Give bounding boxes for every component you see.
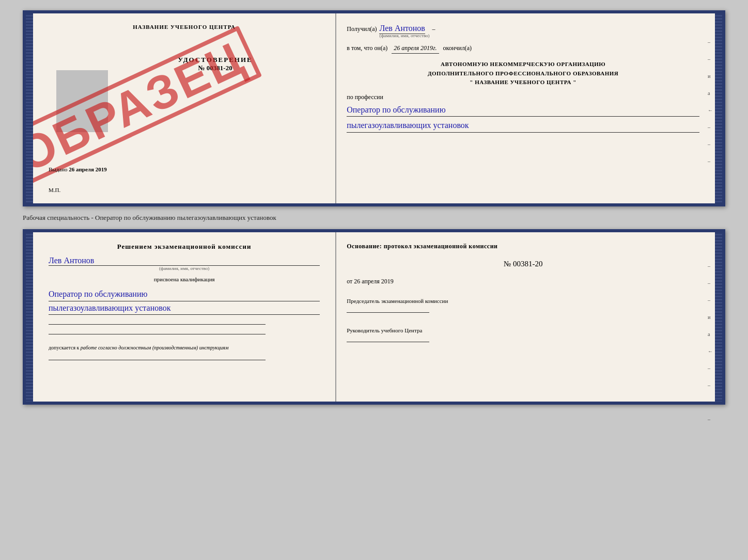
- osnov-number: № 00381-20: [347, 260, 699, 268]
- profession-line1: Оператор по обслуживанию: [347, 103, 699, 117]
- sign-line-left: [49, 324, 266, 325]
- qual-line2: пылегазоулавливающих установок: [49, 301, 320, 315]
- allowed-block: допускается к работе согласно должностны…: [49, 345, 320, 350]
- bottom-right-page: Основание: протокол экзаменационной коми…: [336, 232, 715, 402]
- recipient-name-block: Лев Антонов (фамилия, имя, отчество): [379, 24, 429, 38]
- commission-title: Решением экзаменационной комиссии: [49, 243, 320, 251]
- ot-label: от: [347, 278, 352, 285]
- rukov-title: Руководитель учебного Центра: [347, 327, 422, 333]
- org-name: " НАЗВАНИЕ УЧЕБНОГО ЦЕНТРА ": [347, 78, 699, 87]
- fio-label: (фамилия, имя, отчество): [379, 33, 429, 38]
- qualification-block: Оператор по обслуживанию пылегазоулавлив…: [49, 287, 320, 315]
- bottom-certificate: Решением экзаменационной комиссии Лев Ан…: [23, 229, 725, 405]
- udostoverenie-block: УДОСТОВЕРЕНИЕ № 00381-20: [111, 56, 320, 72]
- org-line1: АВТОНОМНУЮ НЕКОММЕРЧЕСКУЮ ОРГАНИЗАЦИЮ: [347, 60, 699, 69]
- commission-fio-label: (фамилия, имя, отчество): [49, 266, 320, 271]
- osnov-date: от 26 апреля 2019: [347, 278, 699, 285]
- chairman-block: Председатель экзаменационной комиссии: [347, 298, 699, 313]
- top-certificate: НАЗВАНИЕ УЧЕБНОГО ЦЕНТРА УДОСТОВЕРЕНИЕ №…: [23, 10, 725, 206]
- dopusk-value: работе согласно должностным (производств…: [81, 345, 228, 350]
- book-spine-right: [715, 13, 722, 203]
- v-tom-chto: в том, что он(а): [347, 44, 387, 52]
- poluchil-label: Получил(а): [347, 25, 377, 33]
- date-line: в том, что он(а) 26 апреля 2019г. окончи…: [347, 44, 699, 54]
- sign-line-left2: [49, 334, 266, 334]
- ot-date: 26 апреля 2019: [354, 278, 393, 285]
- chairman-title: Председатель экзаменационной комиссии: [347, 298, 448, 304]
- rukov-sign-line: [347, 342, 429, 342]
- org-line2: ДОПОЛНИТЕЛЬНОГО ПРОФЕССИОНАЛЬНОГО ОБРАЗО…: [347, 69, 699, 78]
- dopuskaetsya-label: допускается к: [49, 345, 79, 350]
- profession-line2: пылегазоулавливающих установок: [347, 119, 699, 133]
- okonchil: окончил(а): [443, 44, 472, 52]
- rukov-block: Руководитель учебного Центра: [347, 327, 699, 342]
- recipient-name: Лев Антонов: [379, 24, 425, 34]
- bottom-side-marks: – – – и а ← – – – –: [708, 263, 713, 422]
- profession-block: по профессии Оператор по обслуживанию пы…: [347, 93, 699, 133]
- udostoverenie-label: УДОСТОВЕРЕНИЕ: [111, 56, 320, 64]
- po-professii: по профессии: [347, 93, 383, 101]
- commission-name: Лев Антонов: [49, 256, 320, 266]
- bottom-left-page: Решением экзаменационной комиссии Лев Ан…: [33, 232, 336, 402]
- sign-line-left3: [49, 360, 266, 360]
- date-value: 26 апреля 2019г.: [392, 44, 439, 54]
- bottom-spine-right: [715, 232, 722, 402]
- vydano-date: 26 апреля 2019: [69, 166, 106, 172]
- org-block: АВТОНОМНУЮ НЕКОММЕРЧЕСКУЮ ОРГАНИЗАЦИЮ ДО…: [347, 60, 699, 87]
- chairman-sign-line: [347, 312, 429, 313]
- vydano-block: Выдано 26 апреля 2019: [49, 166, 107, 172]
- bottom-spine-left: [26, 232, 33, 402]
- photo-placeholder: [56, 70, 108, 132]
- book-spine-left: [26, 13, 33, 203]
- qual-line1: Оператор по обслуживанию: [49, 287, 320, 301]
- commission-name-block: Лев Антонов (фамилия, имя, отчество): [49, 256, 320, 271]
- left-page-top: НАЗВАНИЕ УЧЕБНОГО ЦЕНТРА УДОСТОВЕРЕНИЕ №…: [33, 13, 336, 203]
- document-container: НАЗВАНИЕ УЧЕБНОГО ЦЕНТРА УДОСТОВЕРЕНИЕ №…: [23, 10, 725, 405]
- recipient-line: Получил(а) Лев Антонов (фамилия, имя, от…: [347, 24, 699, 38]
- mp-block: М.П.: [49, 187, 60, 193]
- right-page-top: Получил(а) Лев Антонов (фамилия, имя, от…: [336, 13, 715, 203]
- vydano-label: Выдано: [49, 166, 68, 172]
- dash-after-name: –: [432, 25, 435, 33]
- separator-text: Рабочая специальность - Оператор по обсл…: [23, 211, 725, 225]
- osnov-block: Основание: протокол экзаменационной коми…: [347, 243, 699, 250]
- assigned-label: присвоена квалификация: [49, 276, 320, 282]
- cert-number: № 00381-20: [111, 64, 320, 72]
- side-marks-top: – – и а ← – – –: [708, 39, 713, 164]
- cert-title: НАЗВАНИЕ УЧЕБНОГО ЦЕНТРА: [49, 24, 320, 30]
